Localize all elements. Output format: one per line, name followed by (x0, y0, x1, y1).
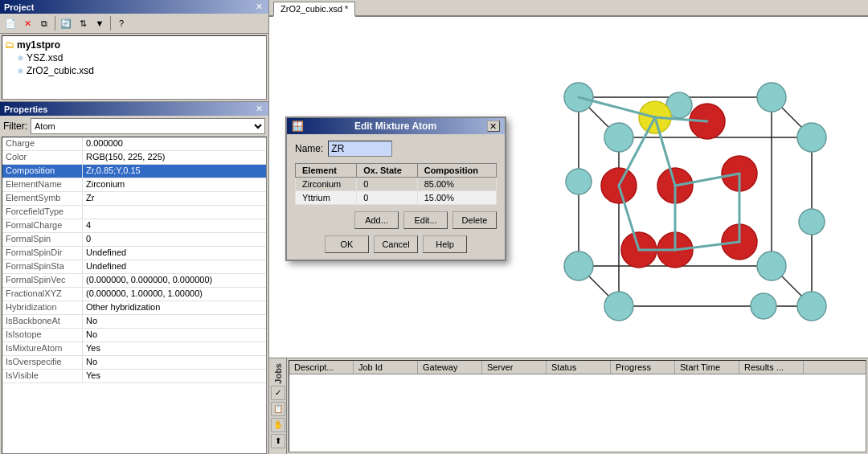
modal-titlebar: 🪟 Edit Mixture Atom ✕ (287, 118, 505, 134)
col-composition: Composition (417, 164, 496, 178)
col-ox-state: Ox. State (357, 164, 417, 178)
modal-title-text: Edit Mixture Atom (354, 121, 436, 132)
modal-cell-composition: 15.00% (417, 191, 496, 205)
modal-table: Element Ox. State Composition Zirconium0… (295, 163, 497, 205)
ok-btn[interactable]: OK (325, 235, 369, 253)
modal-title-icon: 🪟 (292, 121, 304, 132)
cancel-btn[interactable]: Cancel (374, 235, 418, 253)
modal-cell-ox_state: 0 (357, 191, 417, 205)
modal-ok-row: OK Cancel Help (295, 235, 497, 253)
col-element: Element (296, 164, 357, 178)
add-btn[interactable]: Add... (354, 211, 399, 229)
modal-action-row: Add... Edit... Delete (295, 211, 497, 229)
modal-body: Name: Element Ox. State Composition Zirc… (287, 134, 505, 260)
modal-table-row[interactable]: Zirconium085.00% (296, 178, 497, 191)
modal-name-row: Name: (295, 141, 497, 157)
modal-cell-composition: 85.00% (417, 178, 496, 191)
modal-name-input[interactable] (328, 141, 392, 157)
modal-cell-element: Zirconium (296, 178, 357, 191)
modal-table-row[interactable]: Yttrium015.00% (296, 191, 497, 205)
modal-cell-element: Yttrium (296, 191, 357, 205)
delete-btn[interactable]: Delete (452, 211, 497, 229)
modal-dialog: 🪟 Edit Mixture Atom ✕ Name: Element Ox. … (285, 117, 506, 261)
modal-name-label: Name: (295, 143, 323, 154)
help-btn[interactable]: Help (423, 235, 467, 253)
modal-close-btn[interactable]: ✕ (487, 121, 500, 132)
modal-cell-ox_state: 0 (357, 178, 417, 191)
modal-overlay: 🪟 Edit Mixture Atom ✕ Name: Element Ox. … (0, 0, 868, 454)
edit-btn[interactable]: Edit... (403, 211, 448, 229)
